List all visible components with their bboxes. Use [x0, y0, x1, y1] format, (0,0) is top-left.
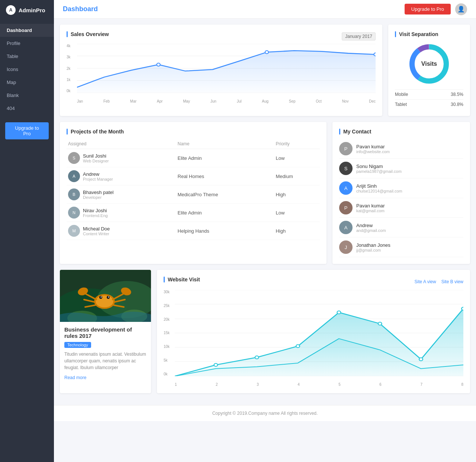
table-row: S Sunil Joshi Web Designer Elite Admin L… — [67, 149, 320, 167]
contact-email: chulse12014@gmail.com — [356, 189, 402, 193]
blog-text: Titudin venenatis ipsum aciat. Vestibulu… — [64, 351, 147, 371]
logo-icon: A — [6, 5, 16, 15]
list-item: P Pavan kumar kat@gmail.com — [339, 198, 463, 218]
sidebar-item-404[interactable]: 404 — [0, 102, 54, 115]
website-visit-card: Website Visit Site A view Site B view 30… — [157, 270, 470, 393]
svg-point-6 — [157, 63, 160, 66]
visit-separation-card: Visit Separation Visits M — [388, 25, 470, 116]
site-a-link[interactable]: Site A view — [415, 279, 436, 284]
person-cell: B Bhavesh patel Developer — [68, 188, 175, 200]
person-cell: N Nirav Joshi Frontend.Eng — [68, 207, 175, 219]
contact-avatar: S — [339, 162, 353, 175]
person-name: Andrew — [83, 171, 113, 177]
contact-name: Pavan kumar — [356, 203, 385, 209]
blog-read-more-link[interactable]: Read more — [64, 375, 86, 380]
visit-stats: Mobile 38.5% Tablet 30.8% — [395, 89, 463, 109]
contacts-list: P Pavan kumar info@website.com S Sonu Ni… — [339, 139, 463, 257]
person-name: Micheal Doe — [83, 226, 110, 232]
my-contact-title: My Contact — [339, 129, 463, 135]
sidebar-item-map[interactable]: Map — [0, 76, 54, 89]
blog-card: Business development of rules 2017 Techn… — [60, 270, 151, 393]
tablet-label: Tablet — [395, 102, 407, 107]
date-selector[interactable]: January 2017 — [342, 32, 376, 41]
sidebar-item-blank[interactable]: Blank — [0, 89, 54, 102]
svg-point-8 — [374, 53, 376, 56]
project-priority: Medium — [274, 167, 320, 185]
sidebar-item-table[interactable]: Table — [0, 50, 54, 63]
bottom-row: Business development of rules 2017 Techn… — [60, 270, 470, 393]
project-name: Helping Hands — [176, 222, 274, 240]
sidebar-item-profile[interactable]: Profile — [0, 37, 54, 50]
page-content: Sales Overview January 2017 4k 3k 2k 1k … — [54, 19, 476, 405]
table-row: N Nirav Joshi Frontend.Eng Elite Admin L… — [67, 204, 320, 222]
table-row: M Micheal Doe Content Writer Helping Han… — [67, 222, 320, 240]
person-cell: A Andrew Project Manager — [68, 170, 175, 182]
app-logo: A AdminPro — [0, 0, 51, 20]
footer: Copyright © 2019.Company name All rights… — [54, 405, 476, 421]
svg-point-46 — [378, 322, 382, 325]
footer-text: Copyright © 2019.Company name All rights… — [212, 411, 318, 416]
person-cell: S Sunil Joshi Web Designer — [68, 152, 175, 164]
website-visit-links: Site A view Site B view — [415, 279, 463, 284]
chart-y-labels: 4k 3k 2k 1k 0k — [67, 44, 77, 93]
wv-chart-area — [175, 290, 463, 376]
sidebar-upgrade-button[interactable]: Upgrade to Pro — [5, 122, 49, 139]
svg-point-48 — [461, 307, 463, 310]
sales-header: Sales Overview January 2017 — [67, 31, 376, 42]
person-avatar: M — [68, 225, 80, 237]
contact-name: Andrew — [356, 223, 386, 228]
visit-stat-mobile: Mobile 38.5% — [395, 89, 463, 99]
project-priority: Low — [274, 204, 320, 222]
person-avatar: B — [68, 188, 80, 200]
col-priority: Priority — [274, 139, 320, 149]
sidebar-item-dashboard[interactable]: Dashboard — [0, 24, 54, 37]
list-item: A Arijit Sinh chulse12014@gmail.com — [339, 178, 463, 198]
visit-stat-tablet: Tablet 30.8% — [395, 99, 463, 109]
sales-line-chart — [77, 44, 376, 93]
sidebar: A AdminPro Dashboard Profile Table Icons… — [0, 0, 54, 462]
donut-svg: Visits — [407, 42, 451, 86]
blog-content: Business development of rules 2017 Techn… — [60, 322, 151, 385]
contact-avatar: J — [339, 240, 353, 254]
blog-tag: Technology — [64, 342, 91, 348]
person-name: Sunil Joshi — [83, 153, 109, 159]
visit-separation-title: Visit Separation — [395, 31, 463, 37]
contact-email: and@gmail.com — [356, 228, 386, 233]
sidebar-nav: Dashboard Profile Table Icons Map Blank … — [0, 24, 54, 115]
list-item: S Sonu Nigam pamela1987@gmail.com — [339, 159, 463, 178]
project-name: MedicalPro Theme — [176, 185, 274, 204]
wv-y-labels: 30k 25k 20k 15k 10k 5k 0k — [164, 290, 175, 376]
site-b-link[interactable]: Site B view — [441, 279, 463, 284]
person-role: Frontend.Eng — [83, 213, 108, 218]
app-name: AdminPro — [19, 7, 45, 13]
table-row: B Bhavesh patel Developer MedicalPro The… — [67, 185, 320, 204]
person-avatar: N — [68, 207, 80, 219]
svg-text:Visits: Visits — [421, 61, 437, 67]
blog-title: Business development of rules 2017 — [64, 326, 147, 339]
sales-chart: 4k 3k 2k 1k 0k — [67, 44, 376, 103]
svg-point-45 — [337, 311, 341, 314]
table-row: A Andrew Project Manager Real Homes Medi… — [67, 167, 320, 185]
mid-row: Projects of the Month Assigned Name Prio… — [60, 122, 470, 264]
contact-email: kat@gmail.com — [356, 209, 385, 213]
col-assigned: Assigned — [67, 139, 176, 149]
col-name: Name — [176, 139, 274, 149]
top-cards-row: Sales Overview January 2017 4k 3k 2k 1k … — [60, 25, 470, 116]
svg-point-32 — [108, 297, 109, 298]
svg-point-20 — [96, 295, 113, 307]
sales-overview-card: Sales Overview January 2017 4k 3k 2k 1k … — [60, 25, 382, 116]
mobile-label: Mobile — [395, 92, 408, 97]
chart-svg-container — [77, 44, 376, 93]
topbar-upgrade-button[interactable]: Upgrade to Pro — [405, 4, 451, 14]
sidebar-item-icons[interactable]: Icons — [0, 63, 54, 76]
svg-point-47 — [419, 358, 423, 361]
person-avatar: S — [68, 152, 80, 164]
projects-table: Assigned Name Priority S Sunil Joshi Web — [67, 139, 320, 240]
website-visit-header: Website Visit Site A view Site B view — [164, 277, 463, 287]
avatar[interactable]: 👤 — [455, 3, 467, 15]
svg-point-44 — [296, 345, 300, 348]
person-avatar: A — [68, 170, 80, 182]
contact-avatar: P — [339, 142, 353, 155]
wv-x-labels: 1 2 3 4 5 6 7 8 — [175, 382, 463, 387]
list-item: P Pavan kumar info@website.com — [339, 139, 463, 159]
